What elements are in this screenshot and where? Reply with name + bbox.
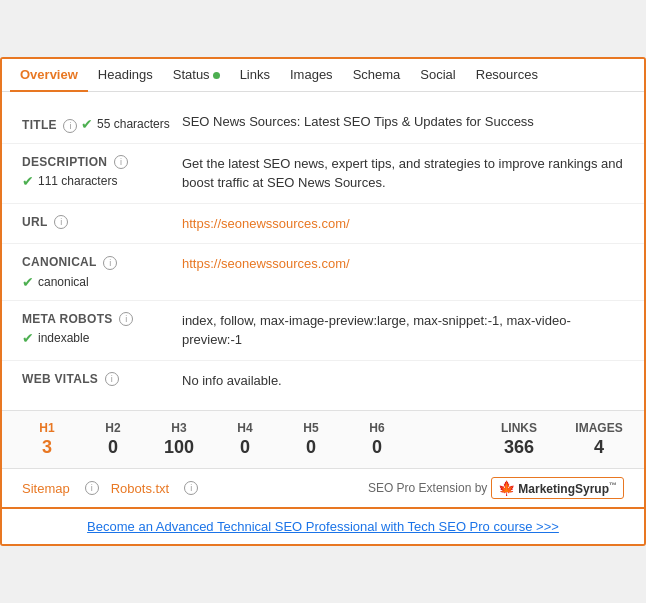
stat-links: LINKS 366 — [494, 421, 544, 458]
status-dot — [213, 72, 220, 79]
stat-h4: H4 0 — [220, 421, 270, 458]
url-link[interactable]: https://seonewssources.com/ — [182, 216, 350, 231]
url-info-icon[interactable]: i — [54, 215, 68, 229]
stat-images-label: IMAGES — [574, 421, 624, 435]
promo-text: SEO Pro Extension by — [368, 481, 487, 495]
url-value: https://seonewssources.com/ — [182, 214, 624, 234]
description-info-icon[interactable]: i — [114, 155, 128, 169]
url-row: URL i https://seonewssources.com/ — [2, 204, 644, 245]
metarobots-label: META ROBOTS — [22, 312, 113, 326]
metarobots-value: index, follow, max-image-preview:large, … — [182, 311, 624, 350]
stat-h3-label: H3 — [154, 421, 204, 435]
stat-h5: H5 0 — [286, 421, 336, 458]
tab-headings[interactable]: Headings — [88, 59, 163, 92]
stat-h4-value: 0 — [220, 437, 270, 458]
canonical-check-icon: ✔ — [22, 274, 34, 290]
sitemap-info-icon[interactable]: i — [85, 481, 99, 495]
tabs-bar: Overview Headings Status Links Images Sc… — [2, 59, 644, 92]
footer: Sitemap i Robots.txt i SEO Pro Extension… — [2, 468, 644, 507]
brand-name: MarketingSyrup™ — [518, 481, 617, 496]
maple-icon: 🍁 — [498, 480, 515, 496]
stat-h1: H1 3 — [22, 421, 72, 458]
tab-schema[interactable]: Schema — [343, 59, 411, 92]
tab-social[interactable]: Social — [410, 59, 465, 92]
metarobots-check-icon: ✔ — [22, 330, 34, 346]
description-row: DESCRIPTION i ✔ 111 characters Get the l… — [2, 144, 644, 204]
canonical-label: CANONICAL — [22, 255, 97, 269]
robots-link[interactable]: Robots.txt — [111, 481, 170, 496]
stat-h6-value: 0 — [352, 437, 402, 458]
stat-links-label: LINKS — [494, 421, 544, 435]
title-info-icon[interactable]: i — [63, 119, 77, 133]
canonical-info-icon[interactable]: i — [103, 256, 117, 270]
description-check-icon: ✔ — [22, 173, 34, 189]
stat-links-value: 366 — [494, 437, 544, 458]
metarobots-badge: ✔ indexable — [22, 330, 89, 346]
title-badge: ✔ 55 characters — [81, 116, 170, 132]
metarobots-label-col: META ROBOTS i ✔ indexable — [22, 311, 182, 347]
stat-images: IMAGES 4 — [574, 421, 624, 458]
description-label: DESCRIPTION — [22, 155, 107, 169]
footer-links: Sitemap i Robots.txt i — [22, 481, 198, 496]
bottom-banner: Become an Advanced Technical SEO Profess… — [2, 507, 644, 544]
stat-h2-value: 0 — [88, 437, 138, 458]
canonical-link[interactable]: https://seonewssources.com/ — [182, 256, 350, 271]
canonical-row: CANONICAL i ✔ canonical https://seonewss… — [2, 244, 644, 301]
webvitals-value: No info available. — [182, 371, 624, 391]
stat-h3-value: 100 — [154, 437, 204, 458]
footer-brand: SEO Pro Extension by 🍁 MarketingSyrup™ — [368, 477, 624, 499]
url-label: URL — [22, 215, 48, 229]
marketing-badge: 🍁 MarketingSyrup™ — [491, 477, 624, 499]
stat-images-value: 4 — [574, 437, 624, 458]
tab-images[interactable]: Images — [280, 59, 343, 92]
webvitals-info-icon[interactable]: i — [105, 372, 119, 386]
canonical-label-col: CANONICAL i ✔ canonical — [22, 254, 182, 290]
title-row: TITLE i ✔ 55 characters SEO News Sources… — [2, 102, 644, 144]
webvitals-label: WEB VITALS — [22, 372, 98, 386]
title-label-col: TITLE i ✔ 55 characters — [22, 112, 182, 133]
metarobots-info-icon[interactable]: i — [119, 312, 133, 326]
stat-h2-label: H2 — [88, 421, 138, 435]
overview-content: TITLE i ✔ 55 characters SEO News Sources… — [2, 92, 644, 410]
tab-overview[interactable]: Overview — [10, 59, 88, 92]
tab-links[interactable]: Links — [230, 59, 280, 92]
stat-h4-label: H4 — [220, 421, 270, 435]
stat-h1-value: 3 — [22, 437, 72, 458]
stat-h6: H6 0 — [352, 421, 402, 458]
stats-bar: H1 3 H2 0 H3 100 H4 0 H5 0 H6 0 LINKS 36… — [2, 410, 644, 468]
tab-resources[interactable]: Resources — [466, 59, 548, 92]
stat-h6-label: H6 — [352, 421, 402, 435]
url-label-col: URL i — [22, 214, 182, 230]
stat-h5-label: H5 — [286, 421, 336, 435]
stat-h2: H2 0 — [88, 421, 138, 458]
stat-h3: H3 100 — [154, 421, 204, 458]
sitemap-link[interactable]: Sitemap — [22, 481, 70, 496]
description-label-col: DESCRIPTION i ✔ 111 characters — [22, 154, 182, 190]
robots-info-icon[interactable]: i — [184, 481, 198, 495]
canonical-value: https://seonewssources.com/ — [182, 254, 624, 274]
banner-link[interactable]: Become an Advanced Technical SEO Profess… — [87, 519, 559, 534]
description-badge: ✔ 111 characters — [22, 173, 117, 189]
webvitals-label-col: WEB VITALS i — [22, 371, 182, 387]
title-check-icon: ✔ — [81, 116, 93, 132]
metarobots-row: META ROBOTS i ✔ indexable index, follow,… — [2, 301, 644, 361]
webvitals-row: WEB VITALS i No info available. — [2, 361, 644, 401]
title-label: TITLE — [22, 118, 57, 132]
canonical-badge: ✔ canonical — [22, 274, 89, 290]
description-value: Get the latest SEO news, expert tips, an… — [182, 154, 624, 193]
title-value: SEO News Sources: Latest SEO Tips & Upda… — [182, 112, 624, 132]
stat-h5-value: 0 — [286, 437, 336, 458]
tab-status[interactable]: Status — [163, 59, 230, 92]
stat-h1-label: H1 — [22, 421, 72, 435]
seo-panel: Overview Headings Status Links Images Sc… — [0, 57, 646, 546]
